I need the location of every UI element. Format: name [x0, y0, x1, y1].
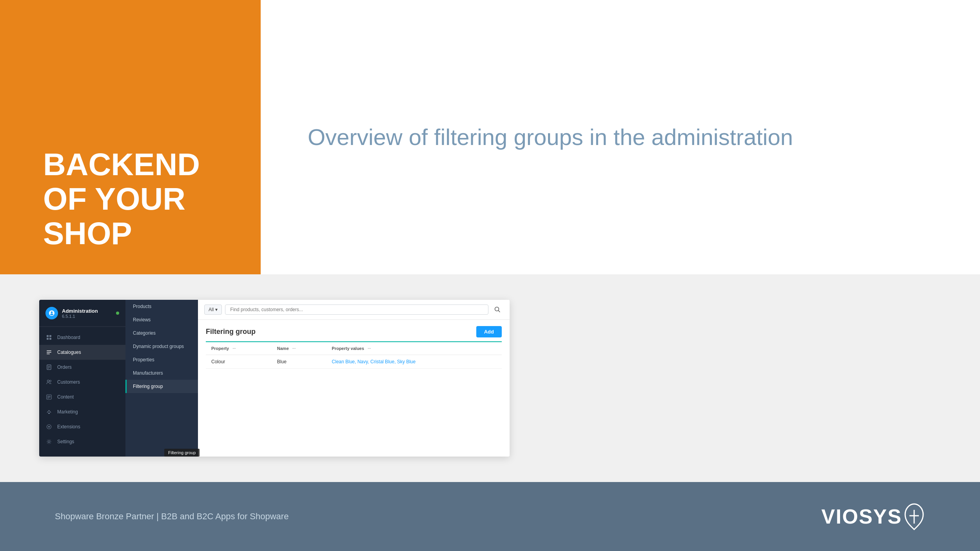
content-header: Filtering group Add: [206, 326, 502, 342]
sidebar-item-label: Dashboard: [57, 335, 80, 340]
table-row: Colour Blue Clean Blue, Navy, Cristal Bl…: [206, 355, 502, 369]
status-dot: [116, 312, 119, 315]
svg-point-12: [50, 380, 51, 382]
submenu-item-categories[interactable]: Categories: [125, 326, 198, 340]
svg-rect-3: [49, 338, 51, 340]
sidebar-item-catalogues[interactable]: Catalogues: [39, 345, 125, 360]
svg-rect-5: [47, 352, 51, 353]
svg-rect-9: [48, 367, 50, 368]
logo-icon: [904, 502, 925, 531]
search-input-wrap: [225, 304, 488, 315]
search-button[interactable]: [492, 304, 503, 315]
submenu: Products Reviews Categories Dynamic prod…: [125, 300, 198, 457]
extensions-icon: [45, 423, 53, 430]
main-content: All ▾ Filtering group Add: [198, 300, 510, 457]
submenu-item-label: Dynamic product groups: [133, 344, 184, 349]
submenu-item-label: Properties: [133, 357, 154, 362]
orders-icon: [45, 364, 53, 371]
app-version: 6.5.1.1: [62, 314, 98, 319]
logo-text: VIOSYS: [821, 505, 902, 528]
search-input[interactable]: [230, 307, 483, 312]
sidebar-item-settings[interactable]: Settings: [39, 434, 125, 449]
svg-point-20: [48, 441, 50, 443]
submenu-item-label: Categories: [133, 330, 156, 336]
col-name: Name ···: [272, 342, 327, 355]
marketing-icon: [45, 408, 53, 415]
hero-section: BACKEND OF YOUR SHOP: [0, 0, 261, 274]
svg-rect-2: [47, 338, 49, 340]
sidebar-header: Administration 6.5.1.1: [39, 300, 125, 327]
sidebar-item-marketing[interactable]: Marketing: [39, 404, 125, 419]
col-property: Property ···: [206, 342, 272, 355]
sidebar-item-label: Orders: [57, 364, 72, 370]
submenu-item-label: Products: [133, 304, 151, 309]
submenu-item-products[interactable]: Products: [125, 300, 198, 313]
app-logo: [45, 307, 58, 319]
footer-logo: VIOSYS: [821, 502, 925, 531]
submenu-item-reviews[interactable]: Reviews: [125, 313, 198, 326]
customers-icon: [45, 379, 53, 386]
submenu-item-label: Filtering group: [133, 384, 163, 389]
col-property-values: Property values ···: [326, 342, 502, 355]
svg-rect-4: [47, 350, 51, 351]
data-table: Property ··· Name ··· Property values ··…: [206, 342, 502, 369]
sidebar-item-customers[interactable]: Customers: [39, 375, 125, 390]
sidebar: Administration 6.5.1.1 Dashboar: [39, 300, 125, 457]
submenu-item-properties[interactable]: Properties: [125, 353, 198, 366]
content-icon: [45, 393, 53, 401]
svg-rect-6: [47, 353, 50, 354]
admin-section: Administration 6.5.1.1 Dashboar: [0, 274, 980, 482]
submenu-item-manufacturers[interactable]: Manufacturers: [125, 366, 198, 380]
content-title: Filtering group: [206, 328, 256, 336]
footer-text: Shopware Bronze Partner | B2B and B2C Ap…: [55, 511, 289, 522]
submenu-item-label: Manufacturers: [133, 370, 163, 376]
svg-rect-0: [47, 335, 49, 337]
app-name: Administration: [62, 308, 98, 314]
svg-point-11: [47, 380, 49, 382]
svg-line-22: [499, 311, 500, 312]
search-dropdown[interactable]: All ▾: [204, 304, 222, 315]
svg-point-19: [48, 426, 50, 428]
sidebar-item-label: Extensions: [57, 424, 80, 430]
content-area: Filtering group Add Property ··· Name ·: [198, 320, 510, 457]
svg-rect-14: [47, 396, 51, 396]
search-dropdown-label: All: [209, 307, 214, 312]
sidebar-item-extensions[interactable]: Extensions: [39, 419, 125, 434]
submenu-item-label: Reviews: [133, 317, 151, 323]
sidebar-item-label: Content: [57, 394, 74, 400]
settings-icon: [45, 438, 53, 445]
admin-window: Administration 6.5.1.1 Dashboar: [39, 300, 510, 457]
sidebar-item-dashboard[interactable]: Dashboard: [39, 330, 125, 345]
tooltip-filtering-group: Filtering group: [164, 449, 200, 457]
search-bar: All ▾: [198, 300, 510, 320]
cell-property-values: Clean Blue, Navy, Cristal Blue, Sky Blue: [326, 355, 502, 369]
svg-rect-1: [49, 335, 51, 337]
col-dots: ···: [368, 346, 371, 351]
sidebar-item-orders[interactable]: Orders: [39, 360, 125, 375]
cell-property: Colour: [206, 355, 272, 369]
col-dots: ···: [232, 346, 236, 351]
description-title: Overview of filtering groups in the admi…: [308, 122, 793, 152]
dashboard-icon: [45, 334, 53, 341]
sidebar-item-label: Customers: [57, 379, 80, 385]
sidebar-item-content[interactable]: Content: [39, 390, 125, 404]
cell-name: Blue: [272, 355, 327, 369]
hero-title: BACKEND OF YOUR SHOP: [43, 147, 218, 251]
submenu-item-dynamic-product-groups[interactable]: Dynamic product groups: [125, 340, 198, 353]
svg-rect-17: [48, 413, 50, 414]
sidebar-item-label: Settings: [57, 439, 74, 444]
sidebar-item-label: Marketing: [57, 409, 78, 415]
sidebar-nav: Dashboard Catalogues: [39, 327, 125, 457]
svg-rect-16: [47, 398, 49, 398]
svg-rect-10: [48, 368, 49, 368]
add-button[interactable]: Add: [476, 326, 502, 337]
catalogues-icon: [45, 349, 53, 356]
submenu-item-filtering-group[interactable]: Filtering group: [125, 380, 198, 393]
svg-rect-8: [48, 366, 50, 366]
footer: Shopware Bronze Partner | B2B and B2C Ap…: [0, 482, 980, 551]
sidebar-item-label: Catalogues: [57, 350, 81, 355]
description-section: Overview of filtering groups in the admi…: [261, 0, 980, 274]
col-dots: ···: [292, 346, 296, 351]
svg-rect-15: [47, 397, 51, 397]
chevron-down-icon: ▾: [215, 307, 218, 312]
